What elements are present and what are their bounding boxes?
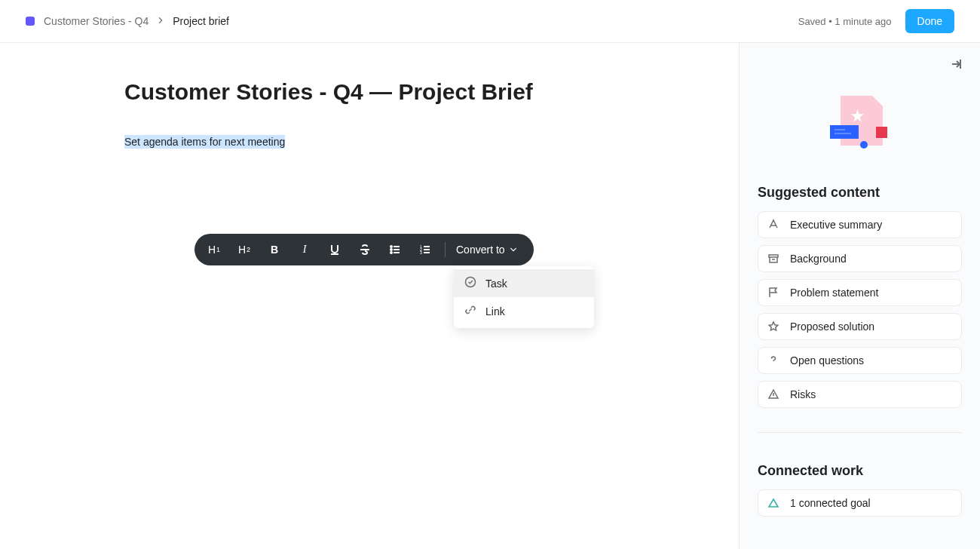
- link-icon: [464, 304, 476, 318]
- svg-text:3: 3: [420, 250, 422, 255]
- underline-button[interactable]: [320, 235, 350, 265]
- header: Customer Stories - Q4 Project brief Save…: [0, 0, 980, 43]
- convert-to-dropdown: Task Link: [454, 266, 594, 328]
- bullet-list-button[interactable]: [380, 235, 410, 265]
- breadcrumb: Customer Stories - Q4 Project brief: [26, 15, 229, 27]
- header-actions: Saved • 1 minute ago Done: [798, 9, 954, 33]
- suggest-open-questions[interactable]: Open questions: [758, 347, 962, 374]
- main: Customer Stories - Q4 — Project Brief Se…: [0, 43, 980, 549]
- text-icon: [767, 219, 779, 231]
- breadcrumb-parent[interactable]: Customer Stories - Q4: [44, 15, 149, 27]
- star-icon: [767, 321, 779, 333]
- svg-point-6: [466, 278, 476, 287]
- dropdown-item-task[interactable]: Task: [454, 269, 594, 297]
- bold-button[interactable]: B: [259, 235, 289, 265]
- suggest-executive-summary[interactable]: Executive summary: [758, 211, 962, 238]
- svg-point-0: [390, 246, 392, 247]
- done-button[interactable]: Done: [905, 9, 954, 33]
- dropdown-item-label: Task: [485, 278, 507, 290]
- connected-goal-item[interactable]: 1 connected goal: [758, 489, 962, 517]
- toolbar-divider: [445, 242, 446, 257]
- suggest-problem-statement[interactable]: Problem statement: [758, 279, 962, 306]
- sidebar-divider: [758, 432, 962, 433]
- connected-item-label: 1 connected goal: [790, 497, 871, 509]
- check-circle-icon: [464, 276, 476, 290]
- warning-icon: [767, 388, 779, 400]
- suggest-proposed-solution[interactable]: Proposed solution: [758, 313, 962, 340]
- convert-to-label: Convert to: [456, 244, 505, 256]
- archive-icon: [767, 253, 779, 265]
- save-status: Saved • 1 minute ago: [798, 16, 892, 27]
- dropdown-item-label: Link: [485, 305, 505, 317]
- svg-rect-7: [769, 255, 778, 257]
- heading1-button[interactable]: H1: [199, 235, 229, 265]
- dropdown-item-link[interactable]: Link: [454, 297, 594, 325]
- project-color-icon: [26, 17, 35, 26]
- question-icon: [767, 354, 779, 367]
- strikethrough-button[interactable]: [350, 235, 380, 265]
- italic-button[interactable]: I: [289, 235, 320, 265]
- connected-work-title: Connected work: [758, 463, 962, 479]
- chevron-right-icon: [158, 16, 164, 26]
- suggest-risks[interactable]: Risks: [758, 381, 962, 408]
- breadcrumb-current[interactable]: Project brief: [173, 15, 229, 27]
- heading2-button[interactable]: H2: [229, 235, 259, 265]
- suggest-item-label: Open questions: [790, 354, 864, 367]
- suggest-item-label: Problem statement: [790, 287, 879, 299]
- document-title[interactable]: Customer Stories - Q4 — Project Brief: [124, 79, 739, 105]
- svg-point-1: [390, 249, 392, 250]
- chevron-down-icon: [510, 246, 517, 253]
- goal-triangle-icon: [767, 497, 779, 509]
- suggest-item-label: Risks: [790, 388, 816, 400]
- svg-point-2: [390, 252, 392, 253]
- suggested-illustration: [830, 96, 890, 149]
- suggest-item-label: Proposed solution: [790, 321, 874, 333]
- suggest-item-label: Executive summary: [790, 219, 882, 231]
- convert-to-button[interactable]: Convert to: [450, 244, 529, 256]
- suggest-item-label: Background: [790, 253, 847, 265]
- suggested-content-list: Executive summary Background Problem sta…: [758, 211, 962, 408]
- editor-area[interactable]: Customer Stories - Q4 — Project Brief Se…: [0, 43, 739, 549]
- sidebar: Suggested content Executive summary Back…: [739, 43, 980, 549]
- selected-text[interactable]: Set agenda items for next meeting: [124, 135, 285, 149]
- numbered-list-button[interactable]: 123: [410, 235, 440, 265]
- collapse-sidebar-icon[interactable]: [950, 58, 962, 73]
- suggested-content-title: Suggested content: [758, 185, 962, 201]
- suggest-background[interactable]: Background: [758, 245, 962, 272]
- flag-icon: [767, 287, 779, 299]
- formatting-toolbar: H1 H2 B I 123 Convert to: [194, 234, 534, 265]
